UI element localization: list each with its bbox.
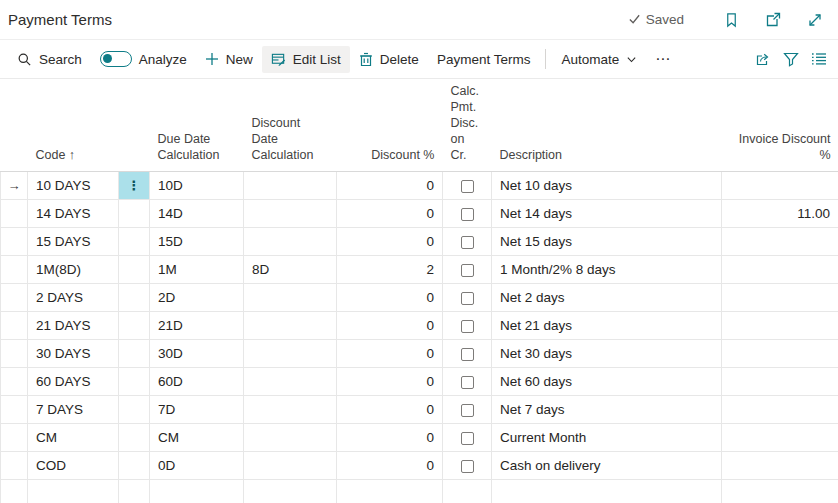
cell-description[interactable]: Net 10 days bbox=[492, 172, 722, 200]
cell-discount-pct[interactable]: 0 bbox=[337, 424, 443, 452]
choose-columns-icon[interactable] bbox=[810, 50, 828, 68]
cell-description[interactable]: Net 15 days bbox=[492, 228, 722, 256]
cell-code[interactable]: 2 DAYS bbox=[28, 284, 119, 312]
header-code[interactable]: Code ↑ bbox=[28, 79, 119, 172]
calc-pmt-disc-checkbox[interactable] bbox=[461, 320, 474, 333]
cell-discount-pct[interactable]: 0 bbox=[337, 340, 443, 368]
calc-pmt-disc-checkbox[interactable] bbox=[461, 264, 474, 277]
cell-due-date-calculation[interactable]: 21D bbox=[150, 312, 244, 340]
cell-invoice-discount-pct[interactable] bbox=[722, 452, 838, 480]
cell-description[interactable]: Net 21 days bbox=[492, 312, 722, 340]
header-discount-pct[interactable]: Discount % bbox=[337, 79, 443, 172]
row-options-cell[interactable] bbox=[119, 368, 150, 396]
cell-calc-pmt-disc[interactable] bbox=[443, 424, 492, 452]
cell-discount-pct[interactable]: 0 bbox=[337, 228, 443, 256]
calc-pmt-disc-checkbox[interactable] bbox=[461, 404, 474, 417]
cell-code[interactable]: 10 DAYS bbox=[28, 172, 119, 200]
calc-pmt-disc-checkbox[interactable] bbox=[461, 292, 474, 305]
header-discount-date-calculation[interactable]: Discount Date Calculation bbox=[244, 79, 337, 172]
cell-discount-pct[interactable]: 0 bbox=[337, 396, 443, 424]
row-selector-cell[interactable] bbox=[1, 396, 28, 424]
cell-description[interactable]: Net 14 days bbox=[492, 200, 722, 228]
analyze-toggle[interactable]: Analyze bbox=[91, 45, 196, 73]
row-selector-cell[interactable] bbox=[1, 368, 28, 396]
cell-invoice-discount-pct[interactable] bbox=[722, 424, 838, 452]
calc-pmt-disc-checkbox[interactable] bbox=[461, 432, 474, 445]
cell-code[interactable]: 14 DAYS bbox=[28, 200, 119, 228]
calc-pmt-disc-checkbox[interactable] bbox=[461, 180, 474, 193]
cell-discount-pct[interactable]: 0 bbox=[337, 172, 443, 200]
cell-calc-pmt-disc[interactable] bbox=[443, 368, 492, 396]
filter-icon[interactable] bbox=[782, 50, 800, 68]
calc-pmt-disc-checkbox[interactable] bbox=[461, 376, 474, 389]
cell-code[interactable]: 30 DAYS bbox=[28, 340, 119, 368]
cell-code[interactable]: 60 DAYS bbox=[28, 368, 119, 396]
cell-discount-pct[interactable]: 0 bbox=[337, 368, 443, 396]
cell-description[interactable]: Net 30 days bbox=[492, 340, 722, 368]
cell-calc-pmt-disc[interactable] bbox=[443, 172, 492, 200]
row-selector-cell[interactable] bbox=[1, 340, 28, 368]
open-in-window-icon[interactable] bbox=[764, 11, 782, 29]
cell-discount-pct[interactable]: 2 bbox=[337, 256, 443, 284]
cell-discount-date-calculation[interactable] bbox=[244, 312, 337, 340]
cell-description[interactable]: Net 2 days bbox=[492, 284, 722, 312]
share-icon[interactable] bbox=[754, 50, 772, 68]
cell-code[interactable]: 1M(8D) bbox=[28, 256, 119, 284]
row-options-cell[interactable] bbox=[119, 424, 150, 452]
header-description[interactable]: Description bbox=[492, 79, 722, 172]
cell-invoice-discount-pct[interactable] bbox=[722, 228, 838, 256]
row-options-cell[interactable] bbox=[119, 284, 150, 312]
cell-invoice-discount-pct[interactable] bbox=[722, 172, 838, 200]
cell-discount-date-calculation[interactable]: 8D bbox=[244, 256, 337, 284]
cell-description[interactable]: Net 60 days bbox=[492, 368, 722, 396]
cell-calc-pmt-disc[interactable] bbox=[443, 340, 492, 368]
cell-discount-pct[interactable]: 0 bbox=[337, 200, 443, 228]
cell-discount-date-calculation[interactable] bbox=[244, 368, 337, 396]
header-due-date-calculation[interactable]: Due Date Calculation bbox=[150, 79, 244, 172]
cell-description[interactable]: 1 Month/2% 8 days bbox=[492, 256, 722, 284]
cell-due-date-calculation[interactable]: 60D bbox=[150, 368, 244, 396]
row-options-cell[interactable]: ⋮ bbox=[119, 172, 150, 200]
delete-button[interactable]: Delete bbox=[350, 46, 428, 73]
cell-code[interactable]: 21 DAYS bbox=[28, 312, 119, 340]
cell-due-date-calculation[interactable]: CM bbox=[150, 424, 244, 452]
cell-description[interactable]: Net 7 days bbox=[492, 396, 722, 424]
row-options-cell[interactable] bbox=[119, 396, 150, 424]
cell-due-date-calculation[interactable]: 10D bbox=[150, 172, 244, 200]
cell-due-date-calculation[interactable]: 15D bbox=[150, 228, 244, 256]
row-selector-cell[interactable] bbox=[1, 424, 28, 452]
cell-due-date-calculation[interactable]: 0D bbox=[150, 452, 244, 480]
cell-discount-date-calculation[interactable] bbox=[244, 396, 337, 424]
cell-due-date-calculation[interactable]: 1M bbox=[150, 256, 244, 284]
cell-due-date-calculation[interactable]: 7D bbox=[150, 396, 244, 424]
cell-due-date-calculation[interactable]: 2D bbox=[150, 284, 244, 312]
cell-calc-pmt-disc[interactable] bbox=[443, 200, 492, 228]
cell-invoice-discount-pct[interactable]: 11.00 bbox=[722, 200, 838, 228]
cell-calc-pmt-disc[interactable] bbox=[443, 284, 492, 312]
cell-discount-date-calculation[interactable] bbox=[244, 228, 337, 256]
cell-code[interactable]: COD bbox=[28, 452, 119, 480]
cell-calc-pmt-disc[interactable] bbox=[443, 256, 492, 284]
row-selector-cell[interactable] bbox=[1, 200, 28, 228]
calc-pmt-disc-checkbox[interactable] bbox=[461, 460, 474, 473]
row-options-cell[interactable] bbox=[119, 340, 150, 368]
cell-due-date-calculation[interactable]: 14D bbox=[150, 200, 244, 228]
calc-pmt-disc-checkbox[interactable] bbox=[461, 348, 474, 361]
row-selector-cell[interactable] bbox=[1, 452, 28, 480]
row-selector-cell[interactable] bbox=[1, 312, 28, 340]
row-selector-cell[interactable]: → bbox=[1, 172, 28, 200]
row-options-cell[interactable] bbox=[119, 452, 150, 480]
cell-invoice-discount-pct[interactable] bbox=[722, 312, 838, 340]
cell-invoice-discount-pct[interactable] bbox=[722, 368, 838, 396]
cell-discount-pct[interactable]: 0 bbox=[337, 284, 443, 312]
cell-discount-date-calculation[interactable] bbox=[244, 424, 337, 452]
cell-due-date-calculation[interactable]: 30D bbox=[150, 340, 244, 368]
cell-invoice-discount-pct[interactable] bbox=[722, 340, 838, 368]
cell-description[interactable]: Current Month bbox=[492, 424, 722, 452]
cell-description[interactable]: Cash on delivery bbox=[492, 452, 722, 480]
cell-calc-pmt-disc[interactable] bbox=[443, 312, 492, 340]
new-button[interactable]: New bbox=[196, 46, 262, 73]
cell-discount-pct[interactable]: 0 bbox=[337, 312, 443, 340]
cell-discount-date-calculation[interactable] bbox=[244, 284, 337, 312]
cell-invoice-discount-pct[interactable] bbox=[722, 256, 838, 284]
